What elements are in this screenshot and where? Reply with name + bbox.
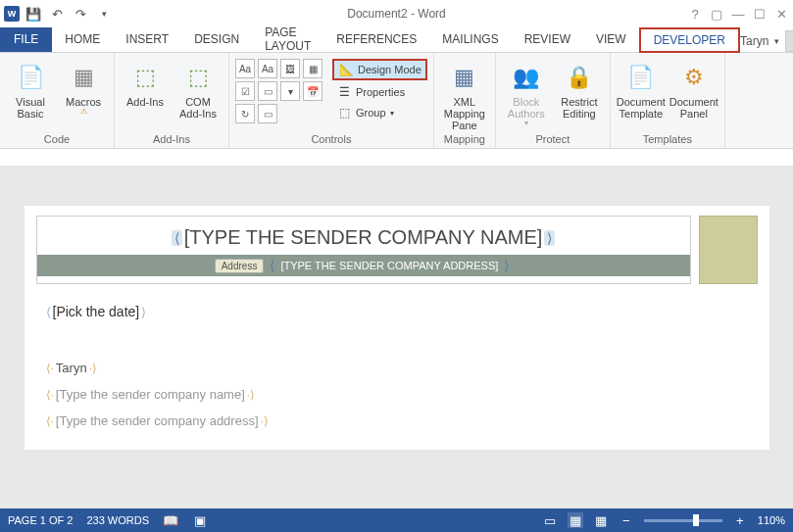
title-bar: W 💾 ↶ ↷ ▾ Document2 - Word ? ▢ — ☐ ✕ xyxy=(0,0,793,27)
sender-header: ⟨[TYPE THE SENDER COMPANY NAME]⟩ Address… xyxy=(36,216,691,284)
print-layout-icon[interactable]: ▦ xyxy=(568,512,583,528)
ribbon: 📄Visual Basic ▦Macros⚠ Code ⬚Add-Ins ⬚CO… xyxy=(0,53,793,149)
group-addins-label: Add-Ins xyxy=(121,132,223,148)
controls-gallery[interactable]: Aa Aa 🖼 ▦ ☑ ▭ ▾ 📅 ↻ ▭ xyxy=(235,59,322,123)
control-checkbox-icon[interactable]: ☑ xyxy=(235,81,255,101)
addins-button[interactable]: ⬚Add-Ins xyxy=(121,59,170,108)
zoom-level[interactable]: 110% xyxy=(758,514,785,526)
tab-home[interactable]: HOME xyxy=(52,26,113,52)
group-protect-label: Protect xyxy=(502,132,604,148)
window-title: Document2 - Word xyxy=(347,7,445,21)
company-address-repeat-control[interactable]: ⟨·[Type the sender company address]·⟩ xyxy=(46,413,748,428)
xml-mapping-button[interactable]: ▦XML Mapping Pane xyxy=(440,59,489,131)
page[interactable]: ⟨[TYPE THE SENDER COMPANY NAME]⟩ Address… xyxy=(25,206,769,450)
logo-placeholder[interactable] xyxy=(699,216,758,284)
tab-developer[interactable]: DEVELOPER xyxy=(639,27,740,53)
undo-icon[interactable]: ↶ xyxy=(47,4,67,24)
document-panel-button[interactable]: ⚙Document Panel xyxy=(669,59,719,120)
group-templates-label: Templates xyxy=(617,132,719,148)
macro-record-icon[interactable]: ▣ xyxy=(192,512,208,528)
maximize-icon[interactable]: ☐ xyxy=(750,4,769,24)
ribbon-display-icon[interactable]: ▢ xyxy=(707,4,726,24)
block-authors-button: 👥Block Authors▾ xyxy=(502,59,551,128)
user-name[interactable]: Taryn xyxy=(740,34,768,48)
control-combobox-icon[interactable]: ▭ xyxy=(258,81,277,101)
sender-address-control[interactable]: [TYPE THE SENDER COMPANY ADDRESS] xyxy=(280,260,498,271)
control-dropdown-icon[interactable]: ▾ xyxy=(280,81,300,101)
design-mode-icon: 📐 xyxy=(338,62,354,77)
properties-icon: ☰ xyxy=(336,84,352,100)
spell-check-icon[interactable]: 📖 xyxy=(163,512,178,528)
ruler xyxy=(0,149,793,167)
properties-button[interactable]: ☰Properties xyxy=(332,83,427,101)
group-mapping-label: Mapping xyxy=(440,132,489,148)
design-mode-button[interactable]: 📐Design Mode xyxy=(332,59,427,80)
document-area: ⟨[TYPE THE SENDER COMPANY NAME]⟩ Address… xyxy=(0,167,793,508)
qat-dropdown-icon[interactable]: ▾ xyxy=(94,4,114,24)
word-count[interactable]: 233 WORDS xyxy=(86,514,149,526)
address-tag[interactable]: Address xyxy=(215,259,265,273)
user-avatar-icon[interactable] xyxy=(785,30,793,52)
restrict-editing-button[interactable]: 🔒Restrict Editing xyxy=(555,59,604,120)
group-controls-label: Controls xyxy=(235,132,427,148)
control-building-block-icon[interactable]: ▦ xyxy=(303,59,322,78)
tab-file[interactable]: FILE xyxy=(0,26,52,52)
visual-basic-button[interactable]: 📄Visual Basic xyxy=(6,59,55,120)
control-repeating-icon[interactable]: ↻ xyxy=(235,104,255,123)
date-picker-control[interactable]: ⟨[Pick the date]⟩ xyxy=(46,304,748,319)
signer-control[interactable]: ⟨·Taryn·⟩ xyxy=(46,361,748,375)
minimize-icon[interactable]: — xyxy=(728,4,748,24)
control-plain-text-icon[interactable]: Aa xyxy=(258,59,277,78)
tab-page-layout[interactable]: PAGE LAYOUT xyxy=(252,26,323,52)
zoom-in-icon[interactable]: + xyxy=(732,512,748,528)
tab-view[interactable]: VIEW xyxy=(583,26,639,52)
ribbon-tabs: FILE HOME INSERT DESIGN PAGE LAYOUT REFE… xyxy=(0,27,793,53)
zoom-out-icon[interactable]: − xyxy=(619,512,634,528)
group-icon: ⬚ xyxy=(336,105,352,121)
tab-mailings[interactable]: MAILINGS xyxy=(429,26,511,52)
group-button[interactable]: ⬚Group ▾ xyxy=(332,104,427,121)
com-addins-button[interactable]: ⬚COM Add-Ins xyxy=(173,59,223,120)
web-layout-icon[interactable]: ▦ xyxy=(593,512,609,528)
control-date-icon[interactable]: 📅 xyxy=(303,81,322,101)
close-icon[interactable]: ✕ xyxy=(771,4,791,24)
company-name-repeat-control[interactable]: ⟨·[Type the sender company name]·⟩ xyxy=(46,387,748,402)
app-icon: W xyxy=(4,6,20,22)
help-icon[interactable]: ? xyxy=(685,4,705,24)
read-mode-icon[interactable]: ▭ xyxy=(542,512,558,528)
sender-company-name-control[interactable]: ⟨[TYPE THE SENDER COMPANY NAME]⟩ xyxy=(37,217,690,255)
group-code-label: Code xyxy=(6,132,108,148)
status-bar: PAGE 1 OF 2 233 WORDS 📖 ▣ ▭ ▦ ▦ − + 110% xyxy=(0,508,793,532)
zoom-slider[interactable] xyxy=(644,519,722,522)
document-template-button[interactable]: 📄Document Template xyxy=(617,59,666,120)
save-icon[interactable]: 💾 xyxy=(24,4,43,24)
control-legacy-icon[interactable]: ▭ xyxy=(258,104,277,123)
control-rich-text-icon[interactable]: Aa xyxy=(235,59,255,78)
tab-insert[interactable]: INSERT xyxy=(113,26,181,52)
macros-button[interactable]: ▦Macros⚠ xyxy=(59,59,108,117)
tab-references[interactable]: REFERENCES xyxy=(323,26,429,52)
tab-review[interactable]: REVIEW xyxy=(512,26,583,52)
redo-icon[interactable]: ↷ xyxy=(71,4,90,24)
page-status[interactable]: PAGE 1 OF 2 xyxy=(8,514,73,526)
tab-design[interactable]: DESIGN xyxy=(181,26,252,52)
control-picture-icon[interactable]: 🖼 xyxy=(280,59,300,78)
